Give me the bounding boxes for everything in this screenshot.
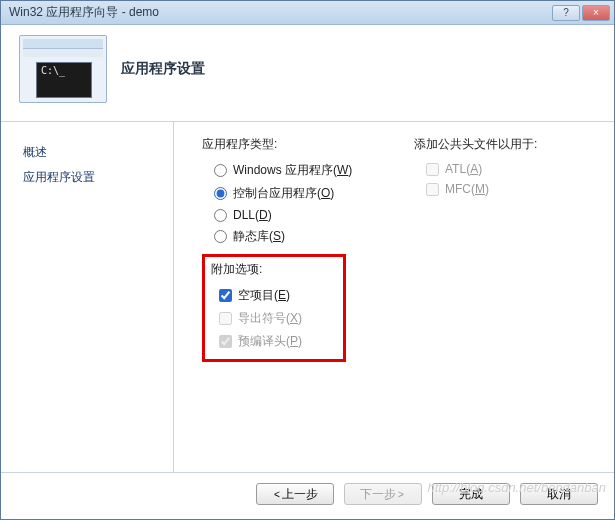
radio-label: 静态库(S): [233, 228, 285, 245]
console-icon: C:\_: [36, 62, 92, 98]
header-band: C:\_ 应用程序设置: [1, 25, 614, 122]
finish-button[interactable]: 完成: [432, 483, 510, 505]
chevron-left-icon: <: [274, 489, 280, 500]
check-label: ATL(A): [445, 162, 482, 176]
sidebar: 概述 应用程序设置: [1, 122, 173, 472]
titlebar: Win32 应用程序向导 - demo ? ×: [1, 1, 614, 25]
next-button: 下一步>: [344, 483, 422, 505]
additional-options-highlight: 附加选项: 空项目(E) 导出符号(X) 预编译头(P): [202, 254, 346, 362]
sidebar-item-settings[interactable]: 应用程序设置: [23, 165, 163, 190]
prev-button[interactable]: <上一步: [256, 483, 334, 505]
radio-label: DLL(D): [233, 208, 272, 222]
wizard-icon: C:\_: [19, 35, 107, 103]
footer: <上一步 下一步> 完成 取消: [1, 472, 614, 519]
app-type-label: 应用程序类型:: [202, 136, 402, 153]
check-empty-project-input[interactable]: [219, 289, 232, 302]
headers-label: 添加公共头文件以用于:: [414, 136, 600, 153]
radio-static-lib[interactable]: 静态库(S): [202, 225, 402, 248]
radio-dll[interactable]: DLL(D): [202, 205, 402, 225]
check-empty-project[interactable]: 空项目(E): [205, 284, 337, 307]
window-title: Win32 应用程序向导 - demo: [9, 4, 159, 21]
page-title: 应用程序设置: [121, 60, 205, 78]
check-atl-input: [426, 163, 439, 176]
close-button[interactable]: ×: [582, 5, 610, 21]
main-panel: 应用程序类型: Windows 应用程序(W) 控制台应用程序(O) DLL(D…: [174, 122, 614, 472]
cancel-button[interactable]: 取消: [520, 483, 598, 505]
radio-dll-input[interactable]: [214, 209, 227, 222]
titlebar-buttons: ? ×: [552, 5, 610, 21]
check-export-symbols-input: [219, 312, 232, 325]
radio-windows-app[interactable]: Windows 应用程序(W): [202, 159, 402, 182]
divider: [173, 122, 174, 472]
radio-console-app-input[interactable]: [214, 187, 227, 200]
help-button[interactable]: ?: [552, 5, 580, 21]
body: 概述 应用程序设置 应用程序类型: Windows 应用程序(W) 控制台应用程…: [1, 122, 614, 472]
chevron-right-icon: >: [398, 489, 404, 500]
check-label: 空项目(E): [238, 287, 290, 304]
content: C:\_ 应用程序设置 概述 应用程序设置 应用程序类型: Windows 应用…: [1, 25, 614, 519]
radio-label: 控制台应用程序(O): [233, 185, 334, 202]
radio-console-app[interactable]: 控制台应用程序(O): [202, 182, 402, 205]
radio-windows-app-input[interactable]: [214, 164, 227, 177]
radio-label: Windows 应用程序(W): [233, 162, 352, 179]
check-atl: ATL(A): [414, 159, 600, 179]
check-label: 预编译头(P): [238, 333, 302, 350]
check-mfc-input: [426, 183, 439, 196]
sidebar-item-overview[interactable]: 概述: [23, 140, 163, 165]
check-mfc: MFC(M): [414, 179, 600, 199]
check-label: MFC(M): [445, 182, 489, 196]
left-column: 应用程序类型: Windows 应用程序(W) 控制台应用程序(O) DLL(D…: [202, 136, 402, 462]
check-export-symbols: 导出符号(X): [205, 307, 337, 330]
check-label: 导出符号(X): [238, 310, 302, 327]
radio-static-lib-input[interactable]: [214, 230, 227, 243]
check-precompiled-header: 预编译头(P): [205, 330, 337, 353]
right-column: 添加公共头文件以用于: ATL(A) MFC(M): [402, 136, 600, 462]
check-precompiled-header-input: [219, 335, 232, 348]
wizard-window: Win32 应用程序向导 - demo ? × C:\_ 应用程序设置 概述 应…: [0, 0, 615, 520]
additional-label: 附加选项:: [205, 261, 337, 278]
